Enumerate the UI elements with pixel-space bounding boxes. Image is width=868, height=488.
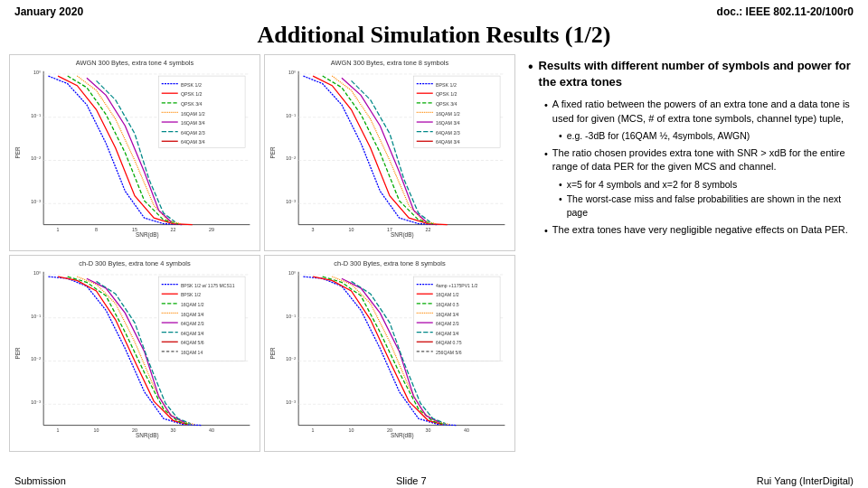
header-right: doc.: IEEE 802.11-20/100r0 [717,5,854,18]
chart-1: AWGN 300 Bytes, extra tone 4 symbols PER… [9,54,260,251]
svg-text:10: 10 [94,427,99,433]
svg-text:10: 10 [349,427,354,433]
svg-text:64QAM 2/3: 64QAM 2/3 [436,130,460,136]
svg-text:16QAM 3/4: 16QAM 3/4 [436,312,459,317]
sub-sub-bullets-1: • e.g. -3dB for (16QAM ½, 4symbols, AWGN… [559,129,855,143]
sub-sub-bullets-2: • x=5 for 4 symbols and x=2 for 8 symbol… [559,178,855,220]
svg-text:10⁰: 10⁰ [33,70,41,75]
svg-text:SNR(dB): SNR(dB) [136,432,158,439]
svg-text:SNR(dB): SNR(dB) [391,231,413,239]
svg-text:16QAM 1/2: 16QAM 1/2 [181,302,204,307]
right-panel: • Results with different number of symbo… [524,54,859,452]
svg-text:29: 29 [209,227,214,232]
svg-text:64QAM 3/4: 64QAM 3/4 [181,331,204,336]
sub-sub-dot-2-2: • [559,192,562,206]
svg-text:16QAM 0.5: 16QAM 0.5 [436,302,459,307]
svg-text:QPSK 1/2: QPSK 1/2 [436,91,458,97]
chart-4: ch-D 300 Bytes, extra tone 8 symbols PER… [264,255,515,452]
main-bullet-dot: • [528,56,533,78]
svg-text:AWGN 300 Bytes, extra tone 4 s: AWGN 300 Bytes, extra tone 4 symbols [76,59,194,67]
sub-sub-bullet-2-1-text: x=5 for 4 symbols and x=2 for 8 symbols [567,178,738,192]
svg-text:64QAM 0.75: 64QAM 0.75 [436,340,462,345]
svg-text:16QAM 14: 16QAM 14 [181,350,203,355]
svg-text:10⁰: 10⁰ [288,70,296,75]
chart-2: AWGN 300 Bytes, extra tone 8 symbols PER… [264,54,515,251]
svg-text:16QAM 3/4: 16QAM 3/4 [181,120,205,126]
svg-text:10⁻¹: 10⁻¹ [286,314,296,319]
svg-text:10⁻²: 10⁻² [286,155,296,161]
content-area: AWGN 300 Bytes, extra tone 4 symbols PER… [0,54,868,452]
svg-text:16QAM 3/4: 16QAM 3/4 [181,312,204,317]
svg-text:PER: PER [14,347,21,359]
svg-text:10⁻³: 10⁻³ [31,399,41,405]
svg-text:20: 20 [387,427,392,433]
svg-text:64QAM 2/3: 64QAM 2/3 [181,321,204,326]
sub-bullet-2: • The ratio chosen provides extra tone w… [544,146,855,174]
svg-text:10⁻¹: 10⁻¹ [31,314,41,319]
svg-text:8: 8 [95,227,98,232]
svg-text:10⁻²: 10⁻² [31,356,41,361]
svg-text:30: 30 [426,427,431,433]
footer-right: Rui Yang (InterDigital) [757,475,854,486]
sub-sub-dot-2-1: • [559,178,562,192]
svg-text:QPSK 3/4: QPSK 3/4 [436,101,458,107]
svg-text:3: 3 [312,227,315,232]
svg-text:1: 1 [57,227,60,232]
svg-text:1: 1 [312,427,315,433]
footer-center: Slide 7 [396,475,427,486]
svg-text:30: 30 [171,427,176,433]
svg-text:10⁻³: 10⁻³ [286,399,296,405]
svg-text:BPSK 1/2: BPSK 1/2 [181,82,202,88]
svg-text:15: 15 [132,227,137,232]
svg-text:17: 17 [387,227,392,232]
svg-text:40: 40 [464,427,469,433]
svg-text:16QAM 3/4: 16QAM 3/4 [436,120,460,126]
svg-rect-83 [159,277,246,361]
title-section: Additional Simulation Results (1/2) [0,20,868,54]
sub-bullet-3-text: The extra tones have very negligible neg… [552,223,848,237]
svg-text:10⁻³: 10⁻³ [286,199,296,204]
svg-text:ch-D 300 Bytes, extra tone 4 s: ch-D 300 Bytes, extra tone 4 symbols [79,259,191,267]
svg-text:22: 22 [426,227,431,232]
header-left: January 2020 [14,5,83,18]
svg-text:64QAM 2/3: 64QAM 2/3 [181,130,205,136]
svg-text:64QAM 3/4: 64QAM 3/4 [181,139,205,145]
svg-text:64QAM 2/3: 64QAM 2/3 [436,321,459,326]
svg-text:ch-D 300 Bytes, extra tone 8 s: ch-D 300 Bytes, extra tone 8 symbols [334,259,446,267]
svg-text:QPSK 3/4: QPSK 3/4 [181,101,203,107]
page-title: Additional Simulation Results (1/2) [258,22,611,48]
footer: Submission Slide 7 Rui Yang (InterDigita… [0,474,868,488]
svg-text:PER: PER [269,146,276,158]
svg-text:10⁻²: 10⁻² [286,356,296,361]
svg-text:16QAM 1/2: 16QAM 1/2 [436,292,459,297]
svg-text:22: 22 [171,227,176,232]
main-bullet: • Results with different number of symbo… [528,58,855,90]
sub-sub-dot-1-1: • [559,129,562,143]
svg-text:10: 10 [349,227,354,232]
svg-text:PER: PER [269,347,276,359]
sub-sub-bullet-2-1: • x=5 for 4 symbols and x=2 for 8 symbol… [559,178,855,192]
svg-text:1: 1 [57,427,60,433]
sub-sub-bullet-2-2-text: The worst-case miss and false probabilit… [567,192,855,219]
svg-text:BPSK 1/2: BPSK 1/2 [436,82,457,88]
svg-text:16QAM 1/2: 16QAM 1/2 [181,111,205,117]
sub-bullet-2-text: The ratio chosen provides extra tone wit… [552,146,855,174]
svg-text:10⁻²: 10⁻² [31,155,41,161]
svg-text:20: 20 [132,427,137,433]
svg-text:BPSK 1/2 w/ 1175 MCS11: BPSK 1/2 w/ 1175 MCS11 [181,283,235,288]
sub-bullet-1-text: A fixed ratio between the powers of an e… [552,98,855,126]
svg-text:BPSK 1/2: BPSK 1/2 [181,292,201,297]
svg-text:PER: PER [14,146,21,158]
sub-dot-1: • [544,99,548,112]
sub-sub-bullet-1-1: • e.g. -3dB for (16QAM ½, 4symbols, AWGN… [559,129,855,143]
svg-text:SNR(dB): SNR(dB) [136,231,158,239]
svg-text:16QAM 1/2: 16QAM 1/2 [436,111,460,117]
svg-rect-118 [414,277,501,361]
svg-text:40: 40 [209,427,214,433]
svg-text:256QAM 5/6: 256QAM 5/6 [436,350,462,355]
svg-text:AWGN 300 Bytes, extra tone 8 s: AWGN 300 Bytes, extra tone 8 symbols [331,59,449,67]
svg-text:SNR(dB): SNR(dB) [391,432,413,439]
svg-text:4amp +1175PV1 1/2: 4amp +1175PV1 1/2 [436,283,478,288]
footer-left: Submission [14,475,66,486]
svg-text:64QAM 3/4: 64QAM 3/4 [436,331,459,336]
